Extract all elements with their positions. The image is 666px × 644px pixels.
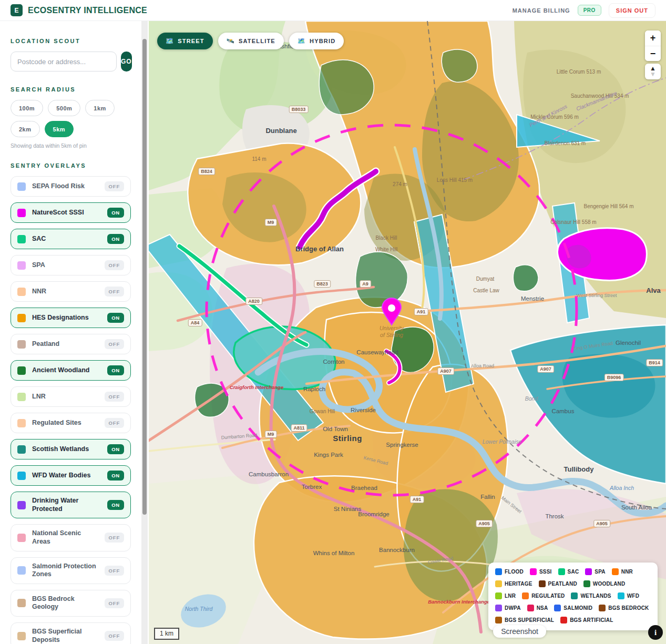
legend-color-swatch: [554, 605, 561, 611]
radius-pill[interactable]: 100m: [11, 100, 43, 116]
overlay-color-swatch: [17, 419, 26, 427]
overlay-toggle-card[interactable]: Peatland OFF: [11, 334, 131, 354]
info-icon[interactable]: i: [648, 625, 663, 640]
legend-label: DWPA: [505, 605, 521, 611]
overlay-state-badge: OFF: [105, 260, 124, 270]
app-header: E ECOSENTRY INTELLIGENCE MANAGE BILLING …: [0, 0, 666, 21]
overlay-toggle-card[interactable]: LNR OFF: [11, 386, 131, 407]
legend-label: HERITAGE: [505, 581, 532, 587]
postcode-search-input[interactable]: [11, 52, 117, 71]
overlay-toggle-card[interactable]: HES Designations ON: [11, 308, 131, 328]
overlay-state-badge: ON: [107, 208, 124, 218]
radius-options: 100m500m1km2km5km: [11, 100, 131, 137]
legend-item: REGULATED: [522, 592, 565, 599]
overlay-label: National Scenic Areas: [32, 529, 98, 546]
overlay-color-swatch: [17, 566, 26, 575]
legend-item: BGS BEDROCK: [599, 605, 649, 611]
overlay-state-badge: OFF: [105, 339, 124, 349]
legend-label: BGS ARTIFICIAL: [570, 617, 613, 623]
overlay-color-swatch: [17, 261, 26, 270]
legend-color-swatch: [527, 605, 534, 611]
legend-label: SSSI: [539, 569, 552, 575]
overlay-label: Ancient Woodland: [32, 366, 101, 375]
sidebar: LOCATION SCOUT GO SEARCH RADIUS 100m500m…: [0, 21, 149, 644]
legend-item: SPA: [585, 568, 605, 575]
overlay-toggle-card[interactable]: SAC ON: [11, 229, 131, 249]
overlay-toggle-card[interactable]: BGS Bedrock Geology OFF: [11, 590, 131, 617]
map-attribution[interactable]: Screenshot: [493, 625, 546, 638]
sign-out-button[interactable]: SIGN OUT: [609, 3, 655, 18]
overlay-label: BGS Bedrock Geology: [32, 595, 98, 611]
zoom-out-button[interactable]: −: [645, 46, 661, 61]
overlay-label: SAC: [32, 235, 101, 243]
zoom-in-button[interactable]: +: [645, 30, 661, 46]
overlay-label: NNR: [32, 288, 98, 296]
overlay-color-swatch: [17, 235, 26, 243]
map-controls: + − ▲ ▼: [645, 30, 661, 79]
radius-pill[interactable]: 5km: [45, 121, 74, 137]
overlay-label: Salmonid Protection Zones: [32, 563, 98, 579]
radius-pill[interactable]: 1km: [85, 100, 115, 116]
radius-pill[interactable]: 500m: [48, 100, 80, 116]
overlay-toggle-card[interactable]: National Scenic Areas OFF: [11, 524, 131, 551]
map-legend: FLOOD SSSI SAC SPA NNR HERITAGE PEATLAND: [488, 563, 658, 630]
overlay-state-badge: OFF: [105, 598, 124, 608]
basemap-hybrid-button[interactable]: 🗺️ HYBRID: [289, 33, 344, 49]
overlay-color-swatch: [17, 599, 26, 607]
overlay-toggle-card[interactable]: Drinking Water Protected ON: [11, 492, 131, 518]
overlay-label: SPA: [32, 261, 98, 270]
legend-color-swatch: [495, 617, 502, 623]
overlay-toggle-card[interactable]: SPA OFF: [11, 255, 131, 275]
legend-label: NNR: [621, 569, 633, 575]
search-radius-heading: SEARCH RADIUS: [11, 86, 131, 93]
legend-color-swatch: [495, 580, 502, 587]
overlay-toggle-card[interactable]: Ancient Woodland ON: [11, 360, 131, 381]
sidebar-scrollbar-thumb[interactable]: [142, 39, 147, 515]
legend-label: PEATLAND: [548, 581, 577, 587]
legend-item: SSSI: [530, 568, 552, 575]
overlay-color-swatch: [17, 314, 26, 322]
overlay-toggle-card[interactable]: NatureScot SSSI ON: [11, 202, 131, 223]
legend-item: WOODLAND: [583, 580, 626, 587]
map-canvas[interactable]: AshfieldDunblaneBridge of AllanCausewayh…: [149, 21, 666, 644]
overlay-toggle-card[interactable]: Scottish Wetlands ON: [11, 439, 131, 459]
overlay-toggle-card[interactable]: NNR OFF: [11, 281, 131, 302]
legend-color-swatch: [539, 580, 546, 587]
manage-billing-link[interactable]: MANAGE BILLING: [513, 7, 570, 14]
radius-pill[interactable]: 2km: [11, 121, 40, 137]
overlay-state-badge: ON: [107, 365, 124, 375]
go-button[interactable]: GO: [121, 52, 132, 71]
legend-label: WFD: [627, 593, 639, 599]
overlay-toggle-card[interactable]: BGS Superficial Deposits OFF: [11, 622, 131, 644]
legend-color-swatch: [571, 592, 578, 599]
overlay-label: HES Designations: [32, 314, 101, 322]
overlay-color-swatch: [17, 393, 26, 401]
legend-color-swatch: [585, 568, 592, 575]
pitch-control[interactable]: ▲ ▼: [645, 64, 661, 79]
overlay-toggle-card[interactable]: Regulated Sites OFF: [11, 413, 131, 433]
overlay-label: SEPA Flood Risk: [32, 182, 98, 191]
overlay-color-swatch: [17, 445, 26, 454]
overlay-toggle-card[interactable]: SEPA Flood Risk OFF: [11, 176, 131, 197]
overlay-label: Drinking Water Protected: [32, 497, 101, 513]
overlay-color-swatch: [17, 501, 26, 509]
legend-color-swatch: [558, 568, 565, 575]
legend-color-swatch: [530, 568, 537, 575]
overlay-color-swatch: [17, 340, 26, 349]
overlay-state-badge: ON: [107, 234, 124, 244]
location-scout-heading: LOCATION SCOUT: [11, 38, 131, 44]
map-icon: 🗺️: [298, 37, 306, 45]
legend-label: SAC: [568, 569, 579, 575]
sidebar-scrollbar[interactable]: [141, 21, 148, 644]
basemap-street-button[interactable]: 🗺️ STREET: [157, 33, 213, 49]
overlay-toggle-card[interactable]: WFD Water Bodies ON: [11, 465, 131, 486]
overlay-label: Scottish Wetlands: [32, 445, 101, 454]
overlay-state-badge: ON: [107, 500, 124, 510]
app-logo: E: [11, 4, 23, 16]
overlay-color-swatch: [17, 182, 26, 191]
basemap-satellite-button[interactable]: 🛰️ SATELLITE: [218, 33, 284, 49]
app-title: ECOSENTRY INTELLIGENCE: [28, 6, 147, 15]
overlay-toggle-card[interactable]: Salmonid Protection Zones OFF: [11, 557, 131, 584]
legend-item: BGS ARTIFICIAL: [560, 617, 613, 623]
overlay-state-badge: OFF: [105, 533, 124, 543]
